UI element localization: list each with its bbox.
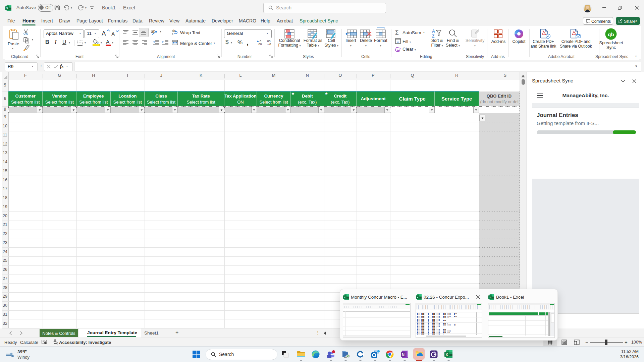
svg-text:X: X [417, 296, 418, 299]
svg-text:qb: qb [608, 32, 614, 37]
svg-text:X: X [489, 296, 491, 299]
svg-text:Z: Z [432, 34, 434, 39]
svg-text:X: X [344, 296, 345, 299]
svg-text:N: N [402, 353, 405, 357]
svg-text:A: A [432, 29, 435, 34]
svg-text:X: X [6, 7, 8, 10]
svg-text:X: X [445, 353, 448, 357]
